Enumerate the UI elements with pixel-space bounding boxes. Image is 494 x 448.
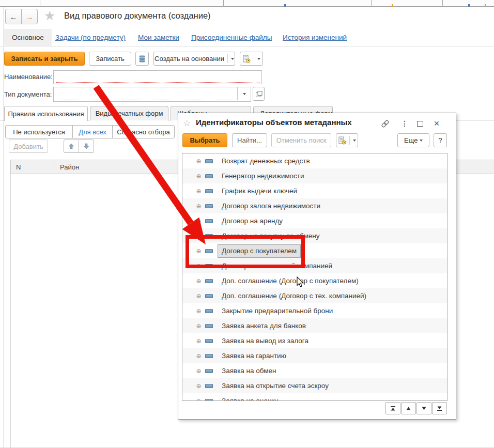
filter-for-all[interactable]: Для всех xyxy=(72,125,113,138)
doc-type-open-button[interactable] xyxy=(253,87,265,101)
save-and-close-button[interactable]: Записать и закрыть xyxy=(4,52,85,66)
chevron-down-icon xyxy=(420,140,423,142)
expand-icon[interactable]: ⊕ xyxy=(195,233,202,240)
required-underline xyxy=(56,82,259,83)
forward-button[interactable]: → xyxy=(21,9,38,24)
add-button[interactable]: Добавить xyxy=(9,140,48,153)
dialog-document-icon-button[interactable] xyxy=(336,133,358,147)
expand-icon[interactable]: ⊕ xyxy=(195,262,202,270)
list-item-label: Заявка на оценку xyxy=(218,394,282,401)
metadata-object-icon xyxy=(205,204,213,208)
more-button[interactable]: Еще xyxy=(397,133,429,147)
expand-icon[interactable]: ⊕ xyxy=(195,337,202,345)
doc-type-input[interactable] xyxy=(53,87,251,102)
list-item-label: Закрытие предварительной брони xyxy=(218,304,337,318)
expand-icon[interactable]: ⊕ xyxy=(195,203,202,210)
grid-column-district[interactable]: Район xyxy=(60,163,79,171)
expand-icon[interactable]: ⊕ xyxy=(195,307,202,315)
scroll-to-bottom-button[interactable] xyxy=(432,402,447,414)
list-item[interactable]: ⊕ Заявка на вывод из залога xyxy=(182,333,447,348)
expand-icon[interactable]: ⊕ xyxy=(195,218,202,225)
expand-icon[interactable]: ⊕ xyxy=(195,292,202,300)
expand-icon[interactable]: ⊕ xyxy=(195,352,202,360)
expand-icon[interactable]: ⊕ xyxy=(195,322,202,330)
dialog-menu-button[interactable]: ⋮ xyxy=(399,119,410,128)
nav-link-notes[interactable]: Мои заметки xyxy=(138,34,179,41)
nav-link-tasks[interactable]: Задачи (по предмету) xyxy=(55,34,126,41)
list-item-label: Договор с покупателем xyxy=(218,244,301,258)
tab-icon-fragment xyxy=(468,4,470,7)
metadata-object-icon xyxy=(205,324,213,328)
list-item[interactable]: ⊕ Договор на аренду xyxy=(182,213,447,228)
doc-type-dropdown-button[interactable] xyxy=(237,87,251,100)
metadata-object-icon xyxy=(205,339,213,343)
save-button[interactable]: Записать xyxy=(89,52,131,66)
list-item[interactable]: ⊕ Договор на покупку по обмену xyxy=(182,228,447,243)
window-left-border xyxy=(3,7,4,448)
expand-icon[interactable]: ⊕ xyxy=(195,158,202,165)
grid-column-n[interactable]: N xyxy=(16,163,21,171)
tab-print-forms[interactable]: Виды печатных форм xyxy=(90,106,168,120)
get-link-button[interactable] xyxy=(380,119,390,128)
doc-type-field-label: Тип документа: xyxy=(4,90,52,98)
find-button[interactable]: Найти... xyxy=(232,133,267,147)
maximize-button[interactable] xyxy=(415,119,425,128)
expand-icon[interactable]: ⊕ xyxy=(195,248,202,255)
required-underline xyxy=(56,100,234,100)
scroll-up-button[interactable] xyxy=(401,402,416,414)
arrow-up-icon xyxy=(68,143,74,149)
filter-by-selection[interactable]: Согласно отбора xyxy=(112,125,175,138)
list-item-label: Заявка на обмен xyxy=(218,364,281,378)
help-button[interactable]: ? xyxy=(434,133,447,147)
back-button[interactable]: ← xyxy=(5,9,22,24)
dialog-favorite-star-icon[interactable]: ☆ xyxy=(183,118,191,129)
nav-link-history[interactable]: История изменений xyxy=(283,34,347,41)
close-button[interactable]: × xyxy=(431,119,442,128)
arrow-down-icon xyxy=(83,143,89,149)
document-history-icon-button[interactable] xyxy=(240,52,263,66)
grid-column-divider xyxy=(54,160,54,174)
metadata-object-icon xyxy=(205,264,213,268)
scroll-down-button[interactable] xyxy=(416,402,431,414)
list-item[interactable]: ⊕ Заявка на открытие счета эскроу xyxy=(182,378,447,393)
expand-icon[interactable]: ⊕ xyxy=(195,188,202,195)
list-item-label: Заявка на открытие счета эскроу xyxy=(218,379,333,393)
list-item[interactable]: ⊕ Доп. соглашение (Договор с покупателем… xyxy=(182,273,447,288)
nav-link-files[interactable]: Присоединенные файлы xyxy=(191,34,272,41)
expand-icon[interactable]: ⊕ xyxy=(195,277,202,285)
button-divider xyxy=(227,54,228,63)
expand-icon[interactable]: ⊕ xyxy=(195,382,202,390)
move-down-button[interactable] xyxy=(79,140,94,153)
name-input[interactable] xyxy=(53,70,262,84)
favorite-star-icon[interactable]: ★ xyxy=(44,9,55,22)
expand-icon[interactable]: ⊕ xyxy=(195,367,202,375)
list-item[interactable]: ⊕ Заявка на гарантию xyxy=(182,348,447,363)
expand-icon[interactable]: ⊕ xyxy=(195,397,202,401)
list-item[interactable]: ⊕ Договор с технической компанией xyxy=(182,258,447,273)
scroll-to-top-button[interactable] xyxy=(385,402,400,414)
list-item[interactable]: ⊕ Генератор недвижимости xyxy=(182,168,447,183)
filter-not-used[interactable]: Не используется xyxy=(5,125,73,138)
tab-usage-rules[interactable]: Правила использования xyxy=(4,106,88,121)
nav-tab-main[interactable]: Основное xyxy=(4,29,52,46)
tab-divider xyxy=(442,0,443,7)
list-item[interactable]: ⊕ Заявка на оценку xyxy=(182,393,447,401)
metadata-dialog: ☆ Идентификаторы объектов метаданных ⋮ ×… xyxy=(178,113,456,420)
move-up-button[interactable] xyxy=(64,140,79,153)
structure-icon-button[interactable] xyxy=(135,52,149,66)
list-item[interactable]: ⊕ Договор с покупателем xyxy=(182,243,447,258)
list-item[interactable]: ⊕ Заявка анкета для банков xyxy=(182,318,447,333)
create-based-on-button[interactable]: Создать на основании xyxy=(153,52,235,66)
app-tab-strip[interactable] xyxy=(0,0,494,7)
expand-icon[interactable]: ⊕ xyxy=(195,173,202,180)
list-item[interactable]: ⊕ Договор залога недвижимости xyxy=(182,198,447,213)
list-item[interactable]: ⊕ График выдачи ключей xyxy=(182,183,447,198)
metadata-list[interactable]: ⊕ Возврат денежных средств ⊕ Генератор н… xyxy=(182,153,447,401)
list-item[interactable]: ⊕ Доп. соглашение (Договор с тех. компан… xyxy=(182,288,447,303)
select-button[interactable]: Выбрать xyxy=(182,133,227,147)
cancel-search-button[interactable]: Отменить поиск xyxy=(271,133,331,147)
list-item[interactable]: ⊕ Возврат денежных средств xyxy=(182,153,447,168)
tab-icon-fragment xyxy=(485,4,486,7)
list-item[interactable]: ⊕ Заявка на обмен xyxy=(182,363,447,378)
list-item[interactable]: ⊕ Закрытие предварительной брони xyxy=(182,303,447,318)
